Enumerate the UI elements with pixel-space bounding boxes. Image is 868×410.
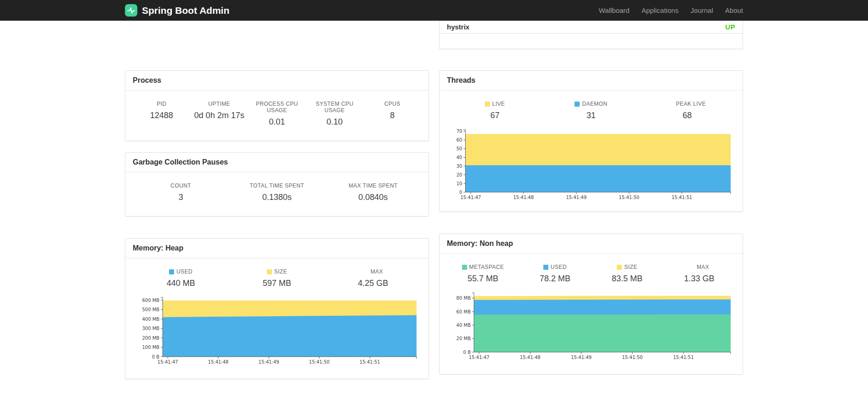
stat-gc-count: COUNT 3: [133, 182, 229, 202]
svg-text:15:41:49: 15:41:49: [259, 359, 279, 364]
svg-text:60: 60: [457, 137, 462, 142]
svg-text:0: 0: [459, 190, 462, 195]
threads-live-swatch-icon: [485, 102, 490, 107]
top-navbar: Spring Boot Admin Wallboard Applications…: [0, 0, 868, 21]
left-column: Process PID 12488 UPTIME 0d 0h 2m 17s PR…: [125, 21, 429, 390]
svg-text:20 MB: 20 MB: [457, 336, 471, 341]
stat-threads-live: LIVE 67: [447, 101, 543, 120]
gc-panel: Garbage Collection Pauses COUNT 3 TOTAL …: [125, 152, 429, 216]
svg-text:15:41:48: 15:41:48: [513, 195, 534, 200]
right-column: hystrix UP Threads LIVE 67 DAEMON: [439, 21, 743, 390]
svg-text:60 MB: 60 MB: [457, 309, 471, 314]
process-panel-title: Process: [125, 71, 428, 91]
stat-cpus: CPUS 8: [363, 101, 421, 127]
svg-text:0 B: 0 B: [463, 350, 471, 355]
service-name: hystrix: [447, 23, 469, 31]
stat-uptime: UPTIME 0d 0h 2m 17s: [191, 101, 248, 127]
stat-threads-daemon: DAEMON 31: [543, 101, 639, 120]
gc-stats: COUNT 3 TOTAL TIME SPENT 0.1380s MAX TIM…: [125, 172, 428, 216]
svg-text:15:41:47: 15:41:47: [460, 195, 481, 200]
stat-threads-peak-live: PEAK LIVE 68: [639, 101, 735, 120]
stat-gc-max-time: MAX TIME SPENT 0.0840s: [325, 182, 421, 202]
memory-heap-panel-title: Memory: Heap: [125, 239, 428, 258]
svg-text:15:41:49: 15:41:49: [566, 195, 586, 200]
spring-boot-admin-logo-icon: [125, 4, 137, 17]
heap-used-swatch-icon: [169, 269, 174, 274]
nonheap-size-swatch-icon: [617, 265, 622, 270]
health-row-hystrix: hystrix UP: [440, 21, 743, 34]
process-stats: PID 12488 UPTIME 0d 0h 2m 17s PROCESS CP…: [125, 91, 428, 141]
svg-text:15:41:47: 15:41:47: [158, 359, 178, 364]
svg-text:40 MB: 40 MB: [457, 323, 471, 328]
nav-item-journal[interactable]: Journal: [685, 6, 719, 14]
svg-text:200 MB: 200 MB: [142, 336, 159, 341]
svg-text:15:41:51: 15:41:51: [671, 195, 692, 200]
threads-panel-title: Threads: [440, 71, 743, 91]
svg-text:30: 30: [457, 164, 462, 169]
svg-text:400 MB: 400 MB: [142, 317, 159, 322]
memory-heap-stats: USED 440 MB SIZE 597 MB MAX 4: [125, 258, 428, 295]
svg-text:0 B: 0 B: [152, 354, 160, 359]
svg-text:15:41:48: 15:41:48: [520, 355, 541, 360]
gc-panel-title: Garbage Collection Pauses: [125, 153, 428, 172]
process-panel: Process PID 12488 UPTIME 0d 0h 2m 17s PR…: [125, 70, 429, 141]
svg-text:10: 10: [457, 181, 462, 186]
stat-nonheap-metaspace: METASPACE 55.7 MB: [447, 264, 519, 284]
stat-nonheap-used: USED 78.2 MB: [519, 264, 591, 284]
nav-item-wallboard[interactable]: Wallboard: [593, 6, 636, 14]
threads-panel: Threads LIVE 67 DAEMON 31: [439, 70, 743, 212]
memory-heap-panel: Memory: Heap USED 440 MB SIZE 597 MB: [125, 238, 429, 379]
memory-nonheap-chart: 0 B20 MB40 MB60 MB80 MB15:41:4715:41:481…: [447, 290, 735, 361]
nonheap-used-swatch-icon: [543, 265, 548, 270]
stat-system-cpu-usage: SYSTEM CPU USAGE 0.10: [306, 101, 364, 127]
svg-text:15:41:50: 15:41:50: [619, 195, 639, 200]
brand-title: Spring Boot Admin: [142, 5, 230, 16]
svg-text:15:41:51: 15:41:51: [673, 355, 694, 360]
stat-pid: PID 12488: [133, 101, 191, 127]
status-badge: UP: [725, 23, 735, 31]
health-panel-spacer: [440, 34, 743, 49]
threads-chart: 01020304050607015:41:4715:41:4815:41:491…: [447, 127, 735, 201]
stat-nonheap-size: SIZE 83.5 MB: [591, 264, 663, 284]
stat-heap-used: USED 440 MB: [133, 268, 229, 288]
svg-text:20: 20: [457, 172, 462, 177]
svg-text:40: 40: [457, 155, 462, 160]
nonheap-metaspace-swatch-icon: [462, 265, 467, 270]
svg-text:70: 70: [457, 129, 462, 134]
nav-item-about[interactable]: About: [719, 6, 743, 14]
svg-text:80 MB: 80 MB: [457, 296, 471, 301]
svg-text:600 MB: 600 MB: [142, 298, 159, 303]
memory-nonheap-panel: Memory: Non heap METASPACE 55.7 MB USED …: [439, 233, 743, 375]
svg-text:15:41:47: 15:41:47: [469, 355, 490, 360]
svg-text:15:41:51: 15:41:51: [360, 359, 380, 364]
health-panel-fragment: hystrix UP: [439, 21, 743, 49]
svg-text:15:41:50: 15:41:50: [622, 355, 643, 360]
svg-text:15:41:50: 15:41:50: [309, 359, 330, 364]
page-content: Process PID 12488 UPTIME 0d 0h 2m 17s PR…: [125, 0, 743, 390]
svg-text:300 MB: 300 MB: [142, 326, 159, 331]
heap-size-swatch-icon: [267, 269, 272, 274]
stat-heap-size: SIZE 597 MB: [229, 268, 325, 288]
stat-gc-total-time: TOTAL TIME SPENT 0.1380s: [229, 182, 325, 202]
stat-nonheap-max: MAX 1.33 GB: [663, 264, 735, 284]
memory-heap-chart: 0 B100 MB200 MB300 MB400 MB500 MB600 MB1…: [133, 295, 421, 366]
threads-daemon-swatch-icon: [575, 102, 580, 107]
stat-heap-max: MAX 4.25 GB: [325, 268, 421, 288]
nav-links: Wallboard Applications Journal About: [593, 6, 743, 14]
memory-nonheap-panel-title: Memory: Non heap: [440, 234, 743, 254]
threads-stats: LIVE 67 DAEMON 31 PEAK LIVE 6: [440, 91, 743, 127]
svg-text:500 MB: 500 MB: [142, 307, 159, 312]
nav-item-applications[interactable]: Applications: [636, 6, 685, 14]
svg-text:15:41:49: 15:41:49: [571, 355, 592, 360]
svg-text:50: 50: [457, 146, 462, 151]
brand-link[interactable]: Spring Boot Admin: [125, 4, 230, 17]
svg-text:15:41:48: 15:41:48: [208, 359, 229, 364]
svg-text:100 MB: 100 MB: [142, 345, 159, 350]
memory-nonheap-stats: METASPACE 55.7 MB USED 78.2 MB SIZE: [440, 254, 743, 290]
stat-process-cpu-usage: PROCESS CPU USAGE 0.01: [248, 101, 306, 127]
